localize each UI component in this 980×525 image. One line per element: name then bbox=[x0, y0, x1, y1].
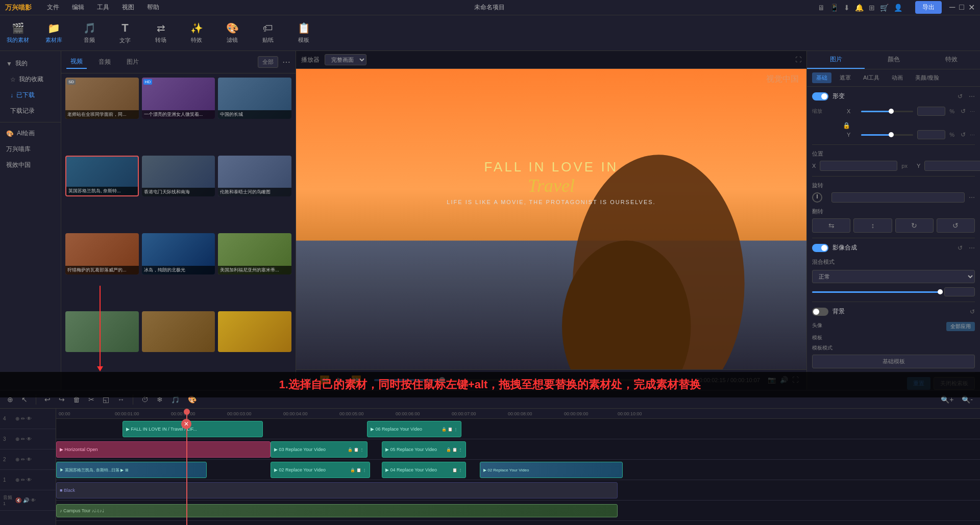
rotation-input[interactable]: 0.0° bbox=[831, 192, 965, 203]
track-vol-audio[interactable]: 🔊 bbox=[23, 497, 29, 503]
background-reset[interactable]: ↺ bbox=[970, 308, 975, 315]
track-mute-audio[interactable]: 🔇 bbox=[15, 497, 21, 503]
track-edit-1[interactable]: ✏ bbox=[21, 477, 25, 483]
menu-tools[interactable]: 工具 bbox=[94, 3, 112, 12]
more-options-button[interactable]: ⋯ bbox=[282, 57, 290, 67]
scale-x-reset[interactable]: ↺ bbox=[961, 108, 966, 115]
media-item-12[interactable] bbox=[218, 311, 291, 353]
track-edit-4[interactable]: ✏ bbox=[21, 416, 25, 421]
media-item-1[interactable]: SD 老师站在全班同学面前，同... bbox=[65, 78, 139, 119]
track-mute-3[interactable]: 👁 bbox=[27, 436, 32, 442]
rotation-reset[interactable]: ⋯ bbox=[969, 194, 975, 201]
sidebar-item-ai-paint[interactable]: 🎨 AI绘画 bbox=[0, 126, 61, 141]
clip-scotland[interactable]: ▶ 英国苏格兰凯岛, 奈斯特...日落 ▶ ⊞ bbox=[56, 462, 207, 478]
icon-grid[interactable]: ⊞ bbox=[869, 4, 875, 12]
menu-view[interactable]: 视图 bbox=[119, 3, 137, 12]
transform-reset[interactable]: ↺ bbox=[958, 93, 963, 100]
track-edit-2[interactable]: ✏ bbox=[21, 457, 25, 462]
track-add-1[interactable]: ⊕ bbox=[15, 477, 19, 483]
track-add-4[interactable]: ⊕ bbox=[15, 416, 19, 421]
opacity-input[interactable]: 100.00 bbox=[944, 287, 975, 296]
sidebar-item-favorites[interactable]: ☆ 我的收藏 bbox=[0, 72, 61, 87]
media-item-6[interactable]: 伦敦和泰晤士河的鸟瞰图 bbox=[218, 156, 291, 197]
opacity-track[interactable] bbox=[812, 291, 940, 293]
track-mute-1[interactable]: 👁 bbox=[27, 477, 32, 483]
toolbar-template[interactable]: 📋 模板 bbox=[291, 22, 316, 44]
toolbar-effects[interactable]: ✨ 特效 bbox=[184, 22, 209, 44]
scale-x-input[interactable]: 110.00 bbox=[917, 107, 945, 116]
blend-reset[interactable]: ↺ bbox=[958, 244, 963, 252]
preview-mode-select[interactable]: 完整画面 bbox=[325, 54, 366, 65]
rotate-ccw-button[interactable]: ↺ bbox=[937, 218, 975, 233]
export-button[interactable]: 导出 bbox=[915, 1, 942, 14]
right-subtab-animation[interactable]: 动画 bbox=[888, 72, 907, 83]
scale-x-track[interactable] bbox=[861, 111, 913, 112]
sidebar-item-my[interactable]: ▼ 我的 bbox=[0, 56, 61, 71]
icon-bell[interactable]: 🔔 bbox=[855, 4, 864, 12]
media-item-4[interactable]: 英国苏格兰凯岛, 奈斯特... bbox=[65, 156, 139, 197]
clip-02-replace[interactable]: ▶ 02 Replace Your Video 🔒 📋 ⋮ bbox=[271, 462, 370, 478]
toolbar-sticker[interactable]: 🏷 贴纸 bbox=[255, 22, 281, 44]
filter-all-button[interactable]: 全部 bbox=[258, 56, 278, 68]
right-tab-image[interactable]: 图片 bbox=[807, 51, 865, 69]
media-item-3[interactable]: 中国的长城 bbox=[218, 78, 291, 119]
scale-y-input[interactable]: 110.00 bbox=[917, 130, 945, 139]
scale-y-track[interactable] bbox=[861, 134, 913, 136]
clip-horizontal-open[interactable]: ▶ Horizontal Open bbox=[56, 441, 271, 458]
pos-y-input[interactable]: 0.00 bbox=[924, 161, 980, 171]
scale-y-reset[interactable]: ↺ bbox=[961, 131, 966, 138]
icon-download[interactable]: ⬇ bbox=[844, 4, 850, 12]
apply-all-button[interactable]: 全部应用 bbox=[946, 322, 975, 331]
clip-04-replace[interactable]: ▶ 04 Replace Your Video 📋 ⋮ bbox=[382, 462, 466, 478]
media-item-2[interactable]: HD 一个漂亮的亚洲女人微笑着... bbox=[142, 78, 215, 119]
minimize-button[interactable]: ─ bbox=[949, 3, 955, 12]
toolbar-text[interactable]: T 文字 bbox=[112, 21, 138, 44]
right-subtab-basic[interactable]: 基础 bbox=[812, 72, 831, 83]
toolbar-filter[interactable]: 🎨 滤镜 bbox=[219, 22, 245, 44]
right-tab-effects[interactable]: 特效 bbox=[922, 51, 980, 69]
toolbar-audio[interactable]: 🎵 音频 bbox=[77, 22, 102, 44]
rotation-dial[interactable] bbox=[812, 192, 822, 203]
track-add-2[interactable]: ⊕ bbox=[15, 457, 19, 462]
blend-mode-select[interactable]: 正常 bbox=[812, 270, 975, 283]
scale-x-more[interactable]: ⋯ bbox=[970, 109, 975, 114]
icon-phone[interactable]: 📱 bbox=[830, 4, 839, 12]
clip-title-card[interactable]: ▶ FALL IN LOVE IN / Travel / LIF... bbox=[122, 421, 263, 437]
icon-cart[interactable]: 🛒 bbox=[880, 4, 889, 12]
sidebar-item-wanxing[interactable]: 万兴喵库 bbox=[0, 142, 61, 157]
preview-fullscreen-icon[interactable]: ⛶ bbox=[795, 56, 801, 63]
track-mute-2[interactable]: 👁 bbox=[27, 457, 32, 462]
media-item-10[interactable] bbox=[65, 311, 139, 353]
track-eye-audio[interactable]: 👁 bbox=[31, 497, 36, 503]
basic-template-button[interactable]: 基础模板 bbox=[812, 355, 975, 368]
pos-x-input[interactable]: 0.00 bbox=[820, 161, 897, 171]
menu-file[interactable]: 文件 bbox=[44, 3, 62, 12]
scale-y-more[interactable]: ⋯ bbox=[970, 132, 975, 138]
toolbar-my-media[interactable]: 🎬 我的素材 bbox=[5, 22, 31, 44]
sidebar-item-vidchina[interactable]: 视效中国 bbox=[0, 158, 61, 172]
rotate-cw-button[interactable]: ↻ bbox=[895, 218, 934, 233]
clip-campus-tour[interactable]: ♪ Campus Tour ♪♩♫♪♩ bbox=[56, 504, 618, 517]
media-item-8[interactable]: 冰岛，纯朗的北极光 bbox=[142, 233, 215, 274]
transform-toggle[interactable] bbox=[812, 92, 828, 101]
media-item-11[interactable] bbox=[142, 311, 215, 353]
clip-black[interactable]: ■ Black bbox=[56, 482, 618, 498]
sidebar-item-download-record[interactable]: 下载记录 bbox=[0, 104, 61, 118]
flip-h-button[interactable]: ⇆ bbox=[812, 218, 850, 233]
right-subtab-ai[interactable]: AI工具 bbox=[859, 72, 884, 83]
media-tab-audio[interactable]: 音频 bbox=[94, 56, 115, 68]
track-add-3[interactable]: ⊕ bbox=[15, 436, 19, 442]
media-item-5[interactable]: 香港屯门天际线和南海 bbox=[142, 156, 215, 197]
toolbar-media-lib[interactable]: 📁 素材库 bbox=[41, 22, 66, 44]
clip-03-replace[interactable]: ▶ 03 Replace Your Video 🔒 📋 ⋮ bbox=[271, 441, 368, 458]
clip-05-replace[interactable]: ▶ 05 Replace Your Video 🔒 📋 ⋮ bbox=[382, 441, 466, 458]
track-mute-4[interactable]: 👁 bbox=[27, 416, 32, 421]
media-item-9[interactable]: 美国加利福尼亚州的塞米蒂... bbox=[218, 233, 291, 274]
right-tab-color[interactable]: 颜色 bbox=[865, 51, 922, 69]
media-item-7[interactable]: 狩猎梅萨的瓦葛部落威严的... bbox=[65, 233, 139, 274]
media-tab-image[interactable]: 图片 bbox=[122, 56, 143, 68]
clip-06-replace[interactable]: ▶ 06 Replace Your Video 🔒 📋 ⋮ bbox=[367, 421, 461, 437]
maximize-button[interactable]: □ bbox=[959, 3, 964, 12]
icon-monitor[interactable]: 🖥 bbox=[818, 4, 825, 12]
close-button[interactable]: ✕ bbox=[968, 3, 975, 12]
